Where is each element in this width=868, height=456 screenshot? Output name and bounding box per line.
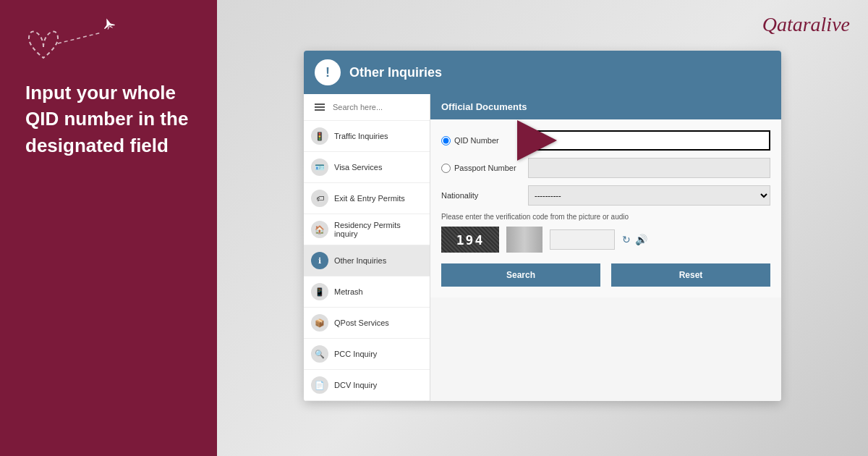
nav-label-residency: Residency Permits inquiry	[334, 221, 422, 238]
title-icon: !	[315, 59, 341, 85]
nav-item-exit[interactable]: 🏷 Exit & Entry Permits	[304, 183, 430, 214]
window-title: Other Inquiries	[349, 65, 442, 80]
nav-label-visa: Visa Services	[334, 163, 382, 172]
metrash-icon: 📱	[311, 283, 328, 300]
nav-item-metrash[interactable]: 📱 Metrash	[304, 276, 430, 308]
hamburger-icon[interactable]	[311, 100, 328, 114]
captcha-audio-button[interactable]: 🔊	[635, 234, 647, 245]
nav-label-metrash: Metrash	[334, 287, 363, 296]
captcha-input[interactable]	[550, 229, 615, 250]
captcha-blur	[506, 227, 542, 253]
left-panel: Input your whole QID number in the desig…	[0, 0, 217, 456]
main-content: Official Documents QID Number	[430, 94, 781, 401]
decoration-area	[14, 11, 159, 83]
captcha-refresh-button[interactable]: ↻	[622, 234, 631, 245]
left-instruction-text: Input your whole QID number in the desig…	[22, 80, 195, 159]
captcha-section: Please enter the verification code from …	[441, 213, 770, 253]
nav-search-bar[interactable]	[304, 94, 430, 121]
nav-label-traffic: Traffic Inquiries	[334, 132, 388, 140]
search-button[interactable]: Search	[441, 263, 600, 287]
reset-button[interactable]: Reset	[611, 263, 770, 287]
qid-form-row: QID Number	[441, 130, 770, 151]
nav-label-dcv: DCV Inquiry	[334, 381, 377, 389]
passport-radio-label[interactable]: Passport Number	[441, 164, 521, 173]
passport-radio[interactable]	[441, 164, 451, 173]
nav-item-residency[interactable]: 🏠 Residency Permits inquiry	[304, 214, 430, 245]
inquiry-icon: ℹ	[311, 252, 328, 269]
nav-item-other[interactable]: ℹ Other Inquiries	[304, 245, 430, 276]
right-panel: Qataralive ! Other Inquiries 🚦	[217, 0, 868, 456]
form-panel-body: QID Number	[430, 119, 781, 297]
nationality-form-row: Nationality ----------	[441, 185, 770, 206]
svg-line-0	[58, 33, 101, 43]
dcv-icon: 📄	[311, 376, 328, 394]
visa-icon: 🪪	[311, 159, 328, 176]
captcha-actions: ↻ 🔊	[622, 234, 647, 245]
svg-marker-5	[109, 25, 113, 28]
qpost-icon: 📦	[311, 314, 328, 332]
pcc-icon: 🔍	[311, 345, 328, 363]
captcha-row: 194 ↻ 🔊	[441, 227, 770, 253]
passport-label-text: Passport Number	[454, 164, 516, 172]
qid-radio[interactable]	[441, 136, 451, 145]
nav-item-dcv[interactable]: 📄 DCV Inquiry	[304, 370, 430, 401]
search-input[interactable]	[333, 103, 422, 111]
nav-item-qpost[interactable]: 📦 QPost Services	[304, 308, 430, 339]
captcha-image: 194	[441, 227, 499, 253]
brand-name: Qataralive	[762, 13, 850, 36]
captcha-code: 194	[456, 232, 485, 248]
captcha-hint: Please enter the verification code from …	[441, 213, 770, 221]
qid-input[interactable]	[528, 130, 770, 151]
nav-item-pcc[interactable]: 🔍 PCC Inquiry	[304, 339, 430, 370]
nav-label-exit: Exit & Entry Permits	[334, 194, 405, 203]
passport-form-row: Passport Number	[441, 158, 770, 178]
nationality-select[interactable]: ----------	[528, 185, 770, 206]
nav-label-pcc: PCC Inquiry	[334, 350, 377, 358]
action-buttons: Search Reset	[441, 263, 770, 287]
window-titlebar: ! Other Inquiries	[304, 51, 781, 94]
traffic-icon: 🚦	[311, 127, 328, 145]
exit-icon: 🏷	[311, 190, 328, 207]
qid-row-container: QID Number	[441, 130, 770, 151]
form-panel-header: Official Documents	[430, 94, 781, 119]
residency-icon: 🏠	[311, 221, 328, 238]
qid-label-text: QID Number	[454, 136, 499, 145]
nav-item-visa[interactable]: 🪪 Visa Services	[304, 152, 430, 183]
qid-radio-label[interactable]: QID Number	[441, 136, 521, 145]
passport-input[interactable]	[528, 158, 770, 178]
nav-item-traffic[interactable]: 🚦 Traffic Inquiries	[304, 121, 430, 152]
nav-sidebar: 🚦 Traffic Inquiries 🪪 Visa Services 🏷 Ex…	[304, 94, 430, 401]
main-window: ! Other Inquiries 🚦 Traffic Inquiries	[304, 51, 781, 401]
window-body: 🚦 Traffic Inquiries 🪪 Visa Services 🏷 Ex…	[304, 94, 781, 401]
nav-label-qpost: QPost Services	[334, 318, 389, 327]
nationality-label: Nationality	[441, 191, 521, 200]
nav-label-other: Other Inquiries	[334, 256, 386, 265]
